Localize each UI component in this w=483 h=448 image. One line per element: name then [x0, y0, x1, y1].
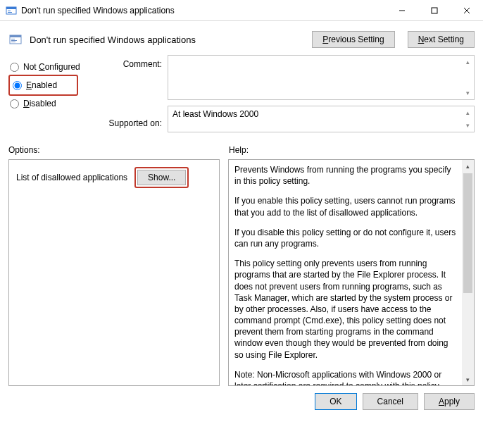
svg-rect-12	[11, 42, 15, 42]
scroll-up-icon[interactable]: ▴	[462, 160, 474, 172]
help-label: Help:	[223, 145, 475, 155]
show-button[interactable]: Show...	[137, 170, 186, 185]
policy-icon	[8, 32, 23, 46]
radio-not-configured[interactable]: Not Configured	[8, 59, 93, 75]
svg-rect-9	[10, 35, 21, 37]
cancel-button[interactable]: Cancel	[363, 393, 418, 410]
chevron-up-icon[interactable]: ▴	[463, 57, 472, 67]
svg-rect-11	[11, 40, 17, 41]
supported-on-box: At least Windows 2000 ▴ ▾	[168, 106, 475, 132]
policy-title: Don't run specified Windows applications	[30, 35, 299, 45]
svg-rect-10	[11, 39, 15, 39]
enabled-highlight: Enabled	[8, 75, 78, 96]
radio-disabled-input[interactable]	[10, 99, 19, 108]
show-button-highlight: Show...	[134, 167, 189, 188]
help-paragraph: If you disable this policy setting or do…	[234, 227, 456, 249]
scroll-down-icon[interactable]: ▾	[462, 373, 474, 385]
chevron-down-icon[interactable]: ▾	[463, 88, 472, 98]
svg-rect-3	[8, 12, 12, 13]
help-text: Prevents Windows from running the progra…	[229, 160, 462, 385]
comment-textarea[interactable]: ▴ ▾	[168, 55, 475, 100]
svg-rect-1	[6, 7, 16, 9]
scrollbar-track[interactable]	[462, 172, 474, 373]
ok-button[interactable]: OK	[315, 393, 356, 410]
help-panel: Prevents Windows from running the progra…	[228, 159, 475, 386]
comment-label: Comment:	[99, 55, 162, 73]
close-button[interactable]	[451, 0, 483, 21]
help-paragraph: Note: Non-Microsoft applications with Wi…	[234, 369, 456, 385]
chevron-down-icon[interactable]: ▾	[463, 120, 472, 130]
help-scrollbar[interactable]: ▴ ▾	[462, 160, 474, 385]
options-label: Options:	[8, 145, 223, 155]
scrollbar-thumb[interactable]	[463, 173, 472, 293]
previous-setting-button[interactable]: Previous Setting	[312, 31, 394, 48]
radio-enabled[interactable]: Enabled	[11, 77, 58, 93]
help-paragraph: If you enable this policy setting, users…	[234, 195, 456, 218]
svg-rect-5	[432, 8, 437, 13]
dialog-footer: OK Cancel Apply	[0, 386, 483, 410]
next-setting-button[interactable]: Next Setting	[408, 31, 475, 48]
radio-enabled-input[interactable]	[13, 81, 22, 90]
radio-disabled[interactable]: Disabled	[8, 96, 93, 111]
supported-on-text: At least Windows 2000	[172, 109, 258, 119]
supported-label: Supported on:	[99, 114, 162, 132]
maximize-button[interactable]	[418, 0, 451, 21]
chevron-up-icon[interactable]: ▴	[463, 108, 472, 118]
svg-rect-2	[8, 11, 11, 11]
title-bar: Don't run specified Windows applications	[0, 0, 483, 21]
radio-not-configured-input[interactable]	[10, 63, 19, 72]
app-icon	[6, 5, 17, 16]
help-paragraph: This policy setting only prevents users …	[234, 258, 456, 361]
state-radio-group: Not Configured Enabled Disabled	[8, 55, 93, 132]
disallowed-apps-label: List of disallowed applications	[16, 173, 127, 182]
options-panel: List of disallowed applications Show...	[8, 159, 220, 386]
help-paragraph: Prevents Windows from running the progra…	[234, 164, 456, 187]
minimize-button[interactable]	[386, 0, 418, 21]
header-row: Don't run specified Windows applications…	[0, 21, 483, 55]
apply-button[interactable]: Apply	[424, 393, 475, 410]
window-title: Don't run specified Windows applications	[21, 6, 386, 15]
